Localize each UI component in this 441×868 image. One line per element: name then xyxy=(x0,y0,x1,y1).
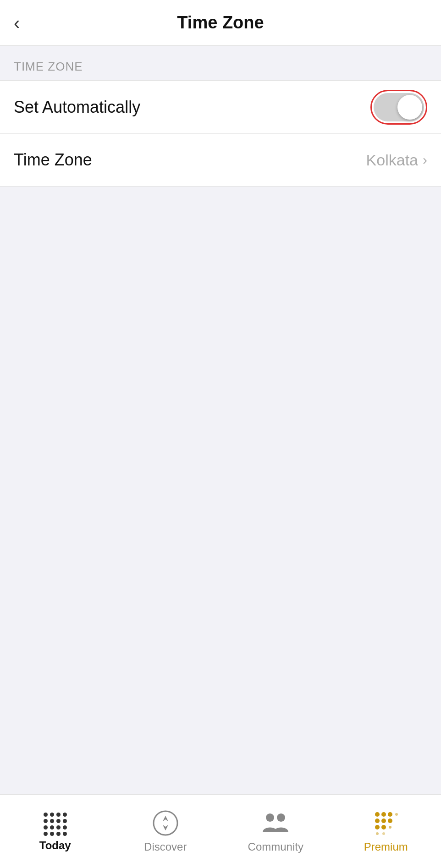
set-automatically-toggle-wrapper xyxy=(370,90,427,125)
svg-point-6 xyxy=(381,812,386,817)
page-title: Time Zone xyxy=(177,13,264,33)
svg-point-9 xyxy=(375,819,380,823)
time-zone-label: Time Zone xyxy=(14,150,92,170)
svg-point-13 xyxy=(381,825,386,830)
section-label: TIME ZONE xyxy=(0,46,441,80)
today-label: Today xyxy=(39,839,71,852)
nav-item-premium[interactable]: Premium xyxy=(331,795,441,868)
nav-item-today[interactable]: Today xyxy=(0,795,110,868)
set-automatically-row: Set Automatically xyxy=(0,81,441,133)
time-zone-row[interactable]: Time Zone Kolkata › xyxy=(0,133,441,186)
header: ‹ Time Zone xyxy=(0,0,441,46)
toggle-knob xyxy=(397,95,422,120)
discover-label: Discover xyxy=(144,841,187,853)
svg-marker-1 xyxy=(163,816,168,821)
premium-icon xyxy=(372,809,400,837)
bottom-nav: Today Discover Community xyxy=(0,794,441,868)
svg-point-14 xyxy=(389,826,391,829)
chevron-right-icon: › xyxy=(423,152,427,168)
svg-point-4 xyxy=(277,813,285,822)
time-zone-right: Kolkata › xyxy=(366,151,427,169)
set-automatically-toggle[interactable] xyxy=(374,93,424,121)
nav-item-community[interactable]: Community xyxy=(220,795,331,868)
svg-point-0 xyxy=(154,811,177,835)
main-content xyxy=(0,187,441,794)
svg-marker-2 xyxy=(163,825,168,830)
svg-point-3 xyxy=(266,813,274,822)
svg-point-12 xyxy=(375,825,380,830)
premium-label: Premium xyxy=(364,841,408,853)
time-zone-value: Kolkata xyxy=(366,151,418,169)
back-button[interactable]: ‹ xyxy=(14,14,20,32)
svg-point-11 xyxy=(388,819,392,823)
community-icon xyxy=(262,809,289,837)
svg-point-5 xyxy=(375,812,380,817)
svg-point-15 xyxy=(376,832,379,835)
svg-point-10 xyxy=(381,819,386,823)
svg-point-8 xyxy=(395,813,398,816)
set-automatically-label: Set Automatically xyxy=(14,98,140,117)
today-icon xyxy=(43,811,67,835)
discover-icon xyxy=(152,809,179,837)
community-label: Community xyxy=(248,841,303,853)
svg-point-7 xyxy=(388,812,392,817)
svg-point-16 xyxy=(382,832,385,835)
settings-list: Set Automatically Time Zone Kolkata › xyxy=(0,80,441,187)
nav-item-discover[interactable]: Discover xyxy=(110,795,221,868)
